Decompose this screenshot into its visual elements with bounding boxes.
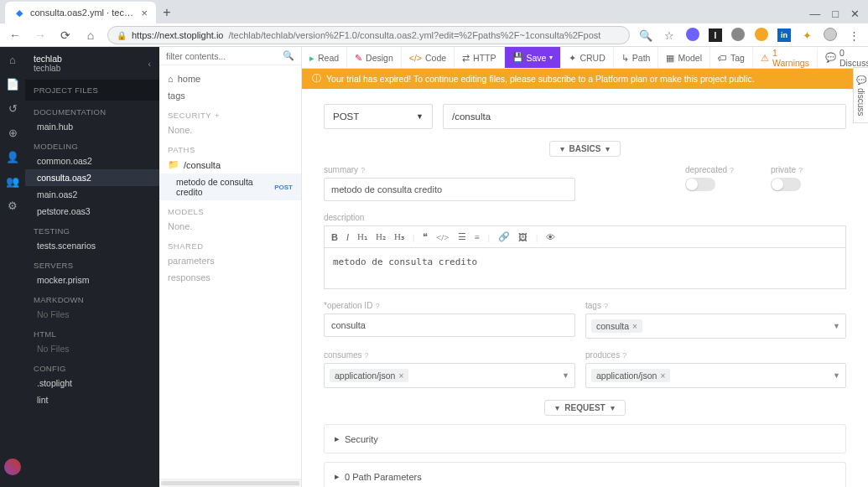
tb-save[interactable]: 💾Save▾ (505, 47, 562, 68)
collapse-sidebar-icon[interactable]: ‹ (148, 59, 152, 69)
tree-responses[interactable]: responses (159, 269, 301, 286)
h1-icon[interactable]: H₁ (357, 231, 367, 242)
tb-http[interactable]: ⇄HTTP (455, 47, 504, 68)
chevron-down-icon[interactable]: ▼ (833, 322, 840, 330)
zoom-icon[interactable]: 🔍 (638, 29, 653, 42)
remove-chip-icon[interactable]: × (660, 371, 665, 381)
ext-icon-4[interactable] (754, 28, 769, 44)
add-security-icon[interactable]: + (215, 111, 220, 120)
close-window-icon[interactable]: ✕ (850, 8, 860, 20)
tree-home[interactable]: ⌂home (159, 70, 301, 87)
tree-operation[interactable]: metodo de consulta credito POST (159, 174, 301, 200)
discuss-tab[interactable]: 💬 discuss (853, 67, 868, 123)
deprecated-toggle[interactable] (685, 178, 715, 191)
summary-input[interactable] (324, 178, 575, 201)
reload-button[interactable]: ⟳ (57, 27, 74, 44)
back-button[interactable]: ← (7, 27, 23, 44)
preview-icon[interactable]: 👁 (546, 232, 555, 242)
rail-team-icon[interactable]: 👥 (6, 175, 19, 188)
rail-home-icon[interactable]: ⌂ (9, 54, 16, 66)
ext-icon-2[interactable]: I (709, 28, 722, 42)
operation-id-input[interactable] (324, 313, 575, 337)
ext-icon-1[interactable] (685, 28, 700, 44)
star-icon[interactable]: ☆ (662, 29, 677, 42)
h2-icon[interactable]: H₂ (376, 231, 386, 242)
section-basics[interactable]: ▾ BASICS ▾ (549, 141, 621, 157)
profile-avatar[interactable] (823, 28, 838, 44)
ol-icon[interactable]: ≡ (475, 232, 480, 242)
tb-discussions[interactable]: 💬0 Discussions (818, 48, 868, 68)
accordion-path-params[interactable]: ▸0 Path Parameters (324, 462, 846, 487)
home-icon: ⌂ (168, 74, 174, 84)
maximize-icon[interactable]: □ (832, 8, 839, 20)
tb-code[interactable]: </>Code (402, 47, 455, 68)
rail-globe-icon[interactable]: ⊕ (8, 127, 18, 139)
new-tab-button[interactable]: + (156, 2, 178, 23)
rail-file-icon[interactable]: 📄 (6, 78, 19, 91)
sidebar-item-mocker[interactable]: mocker.prism (25, 272, 159, 288)
address-bar[interactable]: 🔒 https://next.stoplight.io/techlab/tech… (107, 26, 630, 44)
tb-model[interactable]: ▦Model (658, 47, 710, 68)
rail-user-icon[interactable]: 👤 (6, 151, 19, 163)
h3-icon[interactable]: H₃ (394, 231, 404, 242)
sidebar-item-main[interactable]: main.oas2 (25, 186, 159, 203)
sidebar-item-lint[interactable]: lint (25, 391, 159, 408)
rail-history-icon[interactable]: ↺ (8, 102, 18, 115)
minimize-icon[interactable]: — (809, 8, 820, 20)
tb-warnings[interactable]: ⚠1 Warnings (753, 48, 818, 68)
sidebar-item-stoplight[interactable]: .stoplight (25, 375, 159, 391)
project-name: techlab (34, 64, 62, 73)
ext-icon-5[interactable]: in (777, 28, 791, 42)
sidebar-item-mainhub[interactable]: main.hub (25, 118, 159, 135)
menu-icon[interactable]: ⋮ (846, 29, 861, 42)
ul-icon[interactable]: ☰ (458, 231, 466, 242)
bold-icon[interactable]: B (331, 232, 338, 242)
sidebar-item-consulta[interactable]: consulta.oas2 (25, 169, 159, 186)
code-icon[interactable]: </> (436, 232, 449, 242)
tb-tag[interactable]: 🏷Tag (710, 47, 753, 68)
forward-button[interactable]: → (32, 27, 49, 44)
accordion-security[interactable]: ▸Security (324, 424, 846, 453)
ext-icon-3[interactable] (730, 28, 746, 44)
remove-chip-icon[interactable]: × (398, 371, 403, 381)
consumes-input[interactable]: application/json× ▼ (324, 363, 575, 388)
chevron-down-icon[interactable]: ▼ (562, 371, 569, 380)
produces-chip[interactable]: application/json× (591, 369, 670, 382)
remove-tag-icon[interactable]: × (632, 322, 637, 331)
close-tab-icon[interactable]: × (141, 7, 148, 19)
ext-icon-6[interactable]: ✦ (799, 29, 814, 42)
private-toggle[interactable] (771, 178, 801, 191)
quote-icon[interactable]: ❝ (423, 231, 428, 242)
method-select[interactable]: POST ▼ (324, 104, 433, 129)
tree-filter-input[interactable] (166, 51, 283, 61)
section-request[interactable]: ▾ REQUEST ▾ (544, 400, 625, 416)
tree-parameters[interactable]: parameters (159, 252, 301, 269)
rail-avatar[interactable] (4, 459, 21, 475)
home-button[interactable]: ⌂ (82, 27, 99, 44)
path-input[interactable] (443, 104, 846, 129)
method-badge: POST (274, 184, 293, 191)
tree-tags[interactable]: tags (159, 87, 301, 104)
tree-path-consulta[interactable]: 📁/consulta (159, 156, 301, 174)
sidebar-item-common[interactable]: common.oas2 (25, 153, 159, 169)
tb-design[interactable]: ✎Design (347, 47, 402, 68)
tag-chip[interactable]: consulta× (591, 319, 642, 333)
consumes-chip[interactable]: application/json× (330, 369, 408, 382)
sidebar-item-petstore[interactable]: petstore.oas3 (25, 203, 159, 220)
link-icon[interactable]: 🔗 (498, 231, 510, 242)
image-icon[interactable]: 🖼 (518, 232, 528, 242)
description-editor[interactable]: metodo de consulta credito (324, 247, 846, 289)
chevron-down-icon[interactable]: ▼ (833, 371, 840, 380)
tb-crud[interactable]: ✦CRUD (561, 47, 613, 68)
sidebar-item-html-none: No Files (25, 340, 159, 357)
tb-path[interactable]: ↳Path (614, 47, 659, 68)
browser-tab[interactable]: ◆ consulta.oas2.yml · techlab · Stop × (5, 2, 156, 23)
italic-icon[interactable]: I (346, 232, 349, 242)
produces-input[interactable]: application/json× ▼ (585, 363, 846, 388)
tb-read[interactable]: ▸Read (302, 47, 347, 68)
rail-settings-icon[interactable]: ⚙ (8, 199, 18, 212)
tree-scrollbar[interactable] (159, 479, 301, 487)
sidebar-item-tests[interactable]: tests.scenarios (25, 237, 159, 254)
tags-input[interactable]: consulta× ▼ (585, 313, 846, 339)
search-icon[interactable]: 🔍 (283, 50, 294, 61)
